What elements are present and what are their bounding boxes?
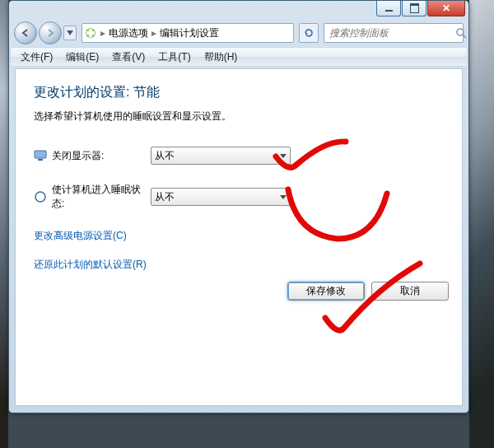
control-panel-icon	[84, 26, 97, 40]
close-icon: ✕	[442, 2, 450, 14]
title-bar: ✕	[9, 1, 468, 21]
page-title: 更改计划的设置: 节能	[34, 84, 444, 101]
page-subtitle: 选择希望计算机使用的睡眠设置和显示设置。	[34, 110, 444, 124]
maximize-button[interactable]	[402, 1, 426, 16]
menu-edit[interactable]: 编辑(E)	[61, 49, 104, 65]
cancel-button[interactable]: 取消	[371, 282, 449, 301]
minimize-icon	[385, 10, 393, 12]
svg-point-3	[457, 29, 464, 35]
svg-rect-5	[35, 151, 46, 158]
display-off-dropdown[interactable]: 从不	[151, 147, 291, 165]
nav-buttons	[14, 21, 77, 44]
sleep-dropdown[interactable]: 从不	[151, 188, 291, 206]
monitor-icon	[34, 149, 47, 162]
svg-rect-6	[38, 159, 43, 161]
chevron-right-icon: ▸	[99, 27, 107, 39]
refresh-icon	[303, 27, 315, 39]
crumb-edit-plan[interactable]: 编辑计划设置	[160, 26, 219, 40]
maximize-icon	[410, 3, 419, 13]
menu-view[interactable]: 查看(V)	[107, 49, 150, 65]
row-turn-off-display: 关闭显示器: 从不	[34, 147, 444, 165]
search-box[interactable]	[324, 23, 464, 43]
minimize-button[interactable]	[376, 1, 401, 16]
dialog-buttons: 保存修改 取消	[287, 282, 449, 301]
menu-file[interactable]: 文件(F)	[16, 49, 58, 65]
svg-point-7	[35, 192, 45, 202]
crumb-power-options[interactable]: 电源选项	[109, 26, 148, 40]
page-body: 更改计划的设置: 节能 选择希望计算机使用的睡眠设置和显示设置。 关闭显示器: …	[15, 68, 463, 406]
display-off-label: 关闭显示器:	[52, 149, 151, 163]
link-advanced-power[interactable]: 更改高级电源设置(C)	[34, 230, 127, 241]
sleep-label: 使计算机进入睡眠状态:	[52, 183, 151, 211]
back-button[interactable]	[14, 21, 37, 44]
breadcrumb[interactable]: ▸ 电源选项 ▸ 编辑计划设置	[82, 23, 294, 43]
menu-tools[interactable]: 工具(T)	[153, 49, 195, 65]
forward-button[interactable]	[39, 21, 62, 44]
svg-line-4	[463, 35, 466, 38]
menu-bar: 文件(F) 编辑(E) 查看(V) 工具(T) 帮助(H)	[10, 47, 468, 67]
search-icon	[455, 27, 467, 39]
chevron-down-icon	[280, 195, 287, 199]
search-input[interactable]	[328, 26, 455, 40]
svg-rect-2	[86, 31, 95, 35]
sleep-value: 从不	[155, 190, 280, 204]
display-off-value: 从不	[155, 149, 280, 163]
sleep-icon	[34, 190, 47, 203]
link-restore-defaults[interactable]: 还原此计划的默认设置(R)	[34, 259, 147, 270]
window-frame: ✕ ▸ 电源选项 ▸ 编辑计	[8, 0, 469, 413]
menu-help[interactable]: 帮助(H)	[199, 49, 243, 65]
chevron-down-icon	[280, 154, 287, 158]
nav-history-button[interactable]	[63, 26, 77, 40]
row-sleep: 使计算机进入睡眠状态: 从不	[34, 183, 444, 211]
address-bar-row: ▸ 电源选项 ▸ 编辑计划设置	[14, 21, 464, 45]
save-button[interactable]: 保存修改	[287, 282, 365, 301]
chevron-right-icon: ▸	[150, 27, 158, 39]
refresh-button[interactable]	[299, 23, 319, 43]
close-button[interactable]: ✕	[427, 1, 465, 16]
